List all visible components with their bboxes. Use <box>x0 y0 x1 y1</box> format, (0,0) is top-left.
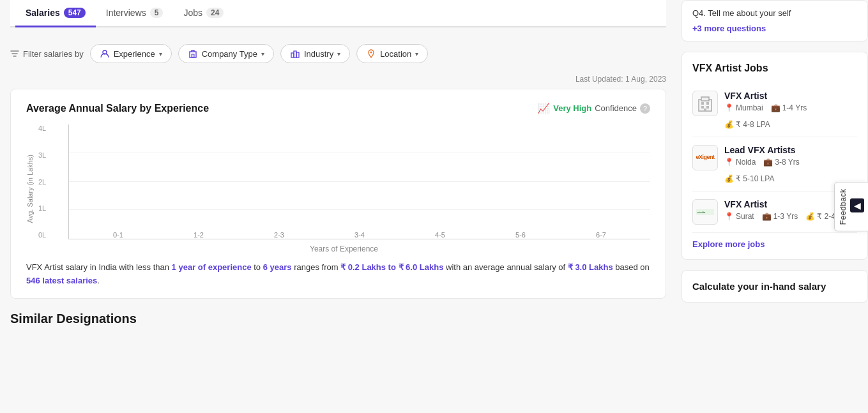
similar-designations-section: Similar Designations <box>10 312 666 326</box>
avg-salary-highlight: ₹ 3.0 Lakhs <box>568 262 613 272</box>
location-chevron-icon: ▾ <box>415 50 418 57</box>
bar-group-34: 3-4 <box>323 227 396 239</box>
company-type-filter-btn[interactable]: Company Type ▾ <box>178 44 274 63</box>
company-type-chevron-icon: ▾ <box>261 50 264 57</box>
job-logo-1 <box>692 91 718 116</box>
salary-description: VFX Artist salary in India with less tha… <box>26 261 650 288</box>
bar-label-56: 5-6 <box>515 231 526 239</box>
jobs-section-title: VFX Artist Jobs <box>692 63 857 74</box>
svg-point-6 <box>370 52 372 54</box>
tab-jobs-label: Jobs <box>183 8 202 18</box>
bar-label-23: 2-3 <box>274 231 284 239</box>
y-label-0l: 0L <box>38 231 50 239</box>
bar-group-12: 1-2 <box>162 227 235 239</box>
svg-rect-5 <box>296 52 299 57</box>
chart-header: Average Annual Salary by Experience 📈 Ve… <box>26 102 650 114</box>
y-label-2l: 2L <box>38 178 50 186</box>
confidence-badge: 📈 Very High Confidence ? <box>537 102 650 114</box>
bar-label-01: 0-1 <box>113 231 123 239</box>
exp-range-highlight: 6 years <box>263 262 292 272</box>
bar-group-56: 5-6 <box>484 227 557 239</box>
industry-filter-btn[interactable]: Industry ▾ <box>280 44 350 63</box>
filter-bar: Filter salaries by Experience ▾ <box>10 38 666 71</box>
tab-salaries[interactable]: Salaries 547 <box>15 0 96 27</box>
bar-group-45: 4-5 <box>404 227 476 239</box>
svg-text:studio: studio <box>697 211 706 214</box>
job-salary-2: 💰 ₹ 5-10 LPA <box>724 174 774 183</box>
industry-chevron-icon: ▾ <box>337 50 340 57</box>
job-title-1[interactable]: VFX Artist <box>724 91 857 101</box>
location-pin-icon-3: 📍 <box>724 212 734 221</box>
experience-filter-btn[interactable]: Experience ▾ <box>90 44 172 63</box>
job-title-2[interactable]: Lead VFX Artists <box>724 145 857 155</box>
job-exp-1: 💼 1-4 Yrs <box>771 103 807 112</box>
help-icon[interactable]: ? <box>640 103 650 114</box>
location-icon <box>366 49 376 59</box>
bar-chart: 4L 3L 2L 1L 0L <box>68 124 650 239</box>
job-location-2: 📍 Noida <box>724 158 756 167</box>
money-icon-2: 💰 <box>724 174 734 183</box>
money-icon-3: 💰 <box>805 212 815 221</box>
sample-size-highlight: 546 latest salaries <box>26 276 97 285</box>
feedback-button[interactable]: ◀ Feedback <box>834 181 868 232</box>
salary-range-highlight: ₹ 0.2 Lakhs to ₹ 6.0 Lakhs <box>340 262 443 272</box>
building-icon <box>696 94 714 112</box>
location-filter-btn[interactable]: Location ▾ <box>356 44 428 63</box>
experience-icon <box>100 49 110 59</box>
bar-label-12: 1-2 <box>194 231 204 239</box>
tab-interviews-badge: 5 <box>150 8 164 18</box>
job-info-1: VFX Artist 📍 Mumbai 💼 1-4 Yrs 💰 ₹ 4-8 <box>724 91 857 129</box>
surat-company-logo: studio <box>696 206 714 218</box>
tab-salaries-badge: 547 <box>64 8 86 18</box>
bars-wrapper: 0-1 1-2 2-3 <box>69 124 650 239</box>
briefcase-icon-1: 💼 <box>771 103 780 112</box>
tab-jobs[interactable]: Jobs 24 <box>173 0 234 27</box>
svg-rect-2 <box>192 54 194 57</box>
svg-rect-8 <box>701 102 704 105</box>
y-label-1l: 1L <box>38 204 50 212</box>
x-axis-title: Years of Experience <box>38 244 650 253</box>
chart-title: Average Annual Salary by Experience <box>26 103 209 114</box>
svg-rect-11 <box>706 106 709 109</box>
bar-label-67: 6-7 <box>596 231 606 239</box>
exp-highlight: 1 year of experience <box>172 262 252 272</box>
y-label-3l: 3L <box>38 151 50 159</box>
location-pin-icon-2: 📍 <box>724 158 734 167</box>
job-item-3: studio VFX Artist 📍 Surat 💼 1-3 Yrs <box>692 191 857 233</box>
job-logo-2: eXigent <box>692 145 718 170</box>
job-logo-3: studio <box>692 199 718 225</box>
tab-jobs-badge: 24 <box>206 8 224 18</box>
tab-salaries-label: Salaries <box>26 8 60 18</box>
job-exp-2: 💼 3-8 Yrs <box>763 158 799 167</box>
confidence-icon: 📈 <box>537 102 550 114</box>
feedback-arrow-icon: ◀ <box>850 198 864 212</box>
feedback-text: Feedback <box>839 188 848 225</box>
interview-questions-card: Q4. Tell me about your self +3 more ques… <box>681 0 868 41</box>
more-questions-link[interactable]: +3 more questions <box>692 24 766 33</box>
job-info-2: Lead VFX Artists 📍 Noida 💼 3-8 Yrs 💰 <box>724 145 857 183</box>
confidence-level: Very High <box>553 103 591 113</box>
last-updated: Last Updated: 1 Aug, 2023 <box>10 71 666 89</box>
briefcase-icon-3: 💼 <box>762 212 772 221</box>
briefcase-icon-2: 💼 <box>763 158 773 167</box>
svg-rect-10 <box>701 106 704 109</box>
explore-jobs-link[interactable]: Explore more jobs <box>692 239 857 249</box>
filter-label: Filter salaries by <box>10 49 84 59</box>
calculate-salary-card: Calculate your in-hand salary <box>681 270 868 303</box>
bar-label-34: 3-4 <box>354 231 365 239</box>
chart-body: Avg. Salary (in Lakhs) 4L 3L 2L 1L 0L <box>26 124 650 253</box>
bar-group-23: 2-3 <box>243 227 316 239</box>
job-item-1: VFX Artist 📍 Mumbai 💼 1-4 Yrs 💰 ₹ 4-8 <box>692 83 857 137</box>
svg-rect-9 <box>706 102 709 105</box>
tab-interviews[interactable]: Interviews 5 <box>96 0 174 27</box>
experience-chevron-icon: ▾ <box>159 50 162 57</box>
job-meta-1: 📍 Mumbai 💼 1-4 Yrs 💰 ₹ 4-8 LPA <box>724 103 857 129</box>
y-axis-title-wrapper: Avg. Salary (in Lakhs) <box>26 154 38 223</box>
svg-rect-13 <box>701 97 709 101</box>
tabs-bar: Salaries 547 Interviews 5 Jobs 24 <box>10 0 666 27</box>
interview-q4: Q4. Tell me about your self <box>692 8 857 18</box>
bar-label-45: 4-5 <box>435 231 445 239</box>
job-item-2: eXigent Lead VFX Artists 📍 Noida 💼 3-8 Y… <box>692 137 857 191</box>
similar-designations-title: Similar Designations <box>10 312 666 326</box>
job-exp-3: 💼 1-3 Yrs <box>762 212 798 221</box>
